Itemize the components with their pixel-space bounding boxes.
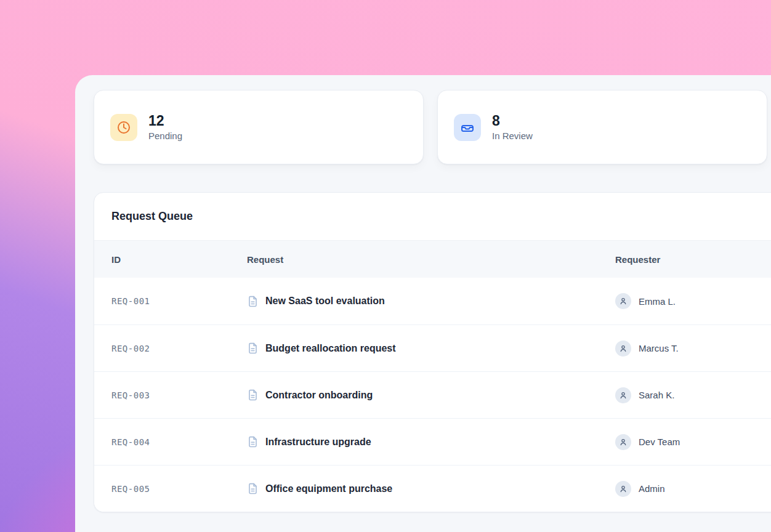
stats-row: 12 Pending 8 In Review xyxy=(94,90,771,164)
pending-count: 12 xyxy=(148,113,182,129)
requester-name: Dev Team xyxy=(639,437,680,447)
avatar xyxy=(615,481,631,497)
table-row[interactable]: REQ-003 Contractor onboarding Sarah K. xyxy=(94,371,771,418)
request-id: REQ-005 xyxy=(111,484,247,494)
requester-name: Admin xyxy=(639,483,665,494)
document-icon xyxy=(247,389,259,401)
table-header-row: ID Request Requester xyxy=(94,241,771,278)
request-title: Budget reallocation request xyxy=(265,343,396,354)
avatar xyxy=(615,387,631,403)
in-review-count: 8 xyxy=(492,113,533,129)
stat-card-in-review: 8 In Review xyxy=(437,90,767,164)
request-title: Contractor onboarding xyxy=(265,390,373,401)
pending-label: Pending xyxy=(148,131,182,141)
requester-name: Emma L. xyxy=(639,296,676,307)
document-icon xyxy=(247,483,259,494)
table-body: REQ-001 New SaaS tool evaluation Emma L. xyxy=(94,278,771,512)
document-icon xyxy=(247,342,259,354)
avatar xyxy=(615,341,631,357)
avatar xyxy=(615,293,631,309)
card-header: Request Queue xyxy=(94,193,771,241)
request-id: REQ-004 xyxy=(111,437,247,447)
request-queue-card: Request Queue ID Request Requester REQ-0… xyxy=(94,192,771,512)
table-row[interactable]: REQ-005 Office equipment purchase Admin xyxy=(94,465,771,512)
request-title: New SaaS tool evaluation xyxy=(265,296,385,307)
request-id: REQ-001 xyxy=(111,296,247,306)
in-review-label: In Review xyxy=(492,131,533,141)
column-header-id: ID xyxy=(111,254,247,265)
request-title: Infrastructure upgrade xyxy=(265,437,371,448)
document-icon xyxy=(247,296,259,307)
stat-card-pending: 12 Pending xyxy=(94,90,424,164)
clock-icon xyxy=(110,114,137,141)
column-header-request: Request xyxy=(247,254,615,265)
requester-name: Sarah K. xyxy=(639,390,674,400)
request-title: Office equipment purchase xyxy=(265,483,392,494)
request-id: REQ-002 xyxy=(111,344,247,353)
avatar xyxy=(615,434,631,450)
table-row[interactable]: REQ-002 Budget reallocation request Marc… xyxy=(94,324,771,371)
document-icon xyxy=(247,436,259,448)
table-row[interactable]: REQ-001 New SaaS tool evaluation Emma L. xyxy=(94,278,771,324)
page-title: Request Queue xyxy=(111,210,193,223)
main-panel: 12 Pending 8 In Review Request Queue ID xyxy=(75,75,771,532)
requester-name: Marcus T. xyxy=(639,343,679,353)
inbox-icon xyxy=(454,114,481,141)
table-row[interactable]: REQ-004 Infrastructure upgrade Dev Team xyxy=(94,418,771,465)
request-id: REQ-003 xyxy=(111,390,247,400)
column-header-requester: Requester xyxy=(615,254,771,265)
